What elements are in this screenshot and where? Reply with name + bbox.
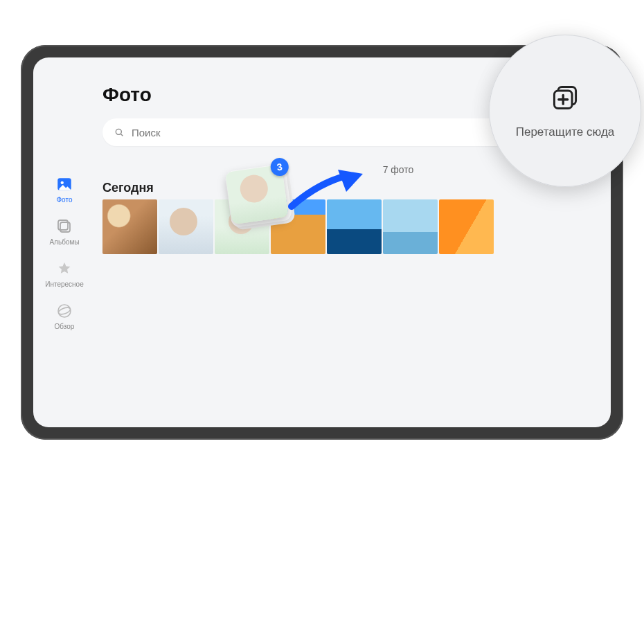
sidebar-item-label: Альбомы bbox=[49, 238, 79, 246]
sidebar-item-label: Интересное bbox=[45, 280, 84, 288]
dragged-photo-stack[interactable]: 3 bbox=[225, 165, 289, 225]
sidebar-item-albums[interactable]: Альбомы bbox=[49, 217, 79, 246]
sidebar-item-label: Фото bbox=[57, 196, 73, 204]
svg-line-7 bbox=[121, 134, 123, 136]
photo-thumbnail[interactable] bbox=[383, 199, 438, 254]
add-album-icon[interactable] bbox=[550, 82, 580, 116]
sidebar-item-label: Обзор bbox=[55, 323, 75, 330]
svg-point-6 bbox=[116, 129, 121, 134]
star-icon bbox=[55, 260, 73, 278]
globe-icon bbox=[55, 302, 73, 320]
photo-thumbnail[interactable] bbox=[159, 199, 213, 254]
drop-target-zoom: Перетащите сюда bbox=[489, 35, 641, 187]
sidebar-item-featured[interactable]: Интересное bbox=[45, 260, 84, 288]
photo-thumbnail[interactable] bbox=[439, 199, 494, 254]
search-icon bbox=[114, 127, 125, 138]
photos-icon bbox=[55, 175, 73, 193]
sidebar: Фото Альбомы Интересное Обзор bbox=[33, 175, 96, 330]
photo-thumbnail[interactable] bbox=[102, 199, 157, 254]
sidebar-item-explore[interactable]: Обзор bbox=[55, 302, 75, 330]
drop-target-label: Перетащите сюда bbox=[516, 125, 615, 139]
drag-arrow-icon bbox=[288, 168, 364, 210]
sidebar-item-photos[interactable]: Фото bbox=[55, 175, 73, 204]
svg-point-1 bbox=[61, 181, 64, 184]
albums-icon bbox=[55, 217, 73, 235]
